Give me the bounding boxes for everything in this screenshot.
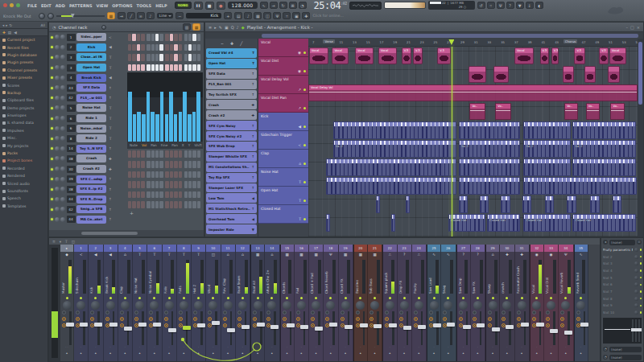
pattern-clip[interactable] bbox=[333, 121, 456, 139]
stereo-knob[interactable] bbox=[532, 311, 536, 315]
step-cell[interactable] bbox=[137, 201, 140, 208]
step-cell[interactable] bbox=[147, 150, 150, 158]
mute-led[interactable] bbox=[580, 297, 582, 299]
step-cell[interactable] bbox=[179, 64, 182, 72]
titlebar-tool-icon-3[interactable]: ? bbox=[506, 2, 514, 9]
step-cell[interactable] bbox=[170, 150, 173, 158]
browser-toolbar-icon-1[interactable]: ▤ bbox=[8, 31, 11, 35]
step-cell[interactable] bbox=[137, 161, 140, 168]
step-cell[interactable] bbox=[184, 171, 188, 179]
channel-button-crash-2[interactable]: Crash #2 bbox=[76, 165, 106, 173]
online-content-link[interactable]: Click for online... bbox=[312, 14, 344, 18]
fx-slot-9[interactable]: Slot 9 bbox=[601, 302, 643, 310]
step-cell[interactable] bbox=[141, 54, 144, 61]
pan-knob[interactable] bbox=[267, 301, 276, 310]
eq-knob[interactable] bbox=[179, 317, 183, 321]
stereo-knob[interactable] bbox=[134, 311, 138, 315]
mute-led[interactable] bbox=[462, 297, 464, 299]
swing-knob[interactable] bbox=[101, 25, 106, 30]
step-cell[interactable] bbox=[151, 64, 155, 72]
step-cell[interactable] bbox=[155, 150, 159, 158]
stereo-knob[interactable] bbox=[237, 311, 242, 315]
mixer-strip-sub-bass[interactable]: 21▦Sub Bass·▴ bbox=[368, 245, 382, 361]
mixer-strip-master[interactable]: ▸◆Master· ·▴ bbox=[60, 245, 74, 361]
step-cell[interactable] bbox=[179, 54, 182, 61]
step-cell[interactable] bbox=[137, 64, 140, 72]
step-cell[interactable] bbox=[147, 181, 150, 188]
browser-toolbar-icon-2[interactable]: ◀ bbox=[14, 31, 17, 35]
pan-knob[interactable] bbox=[473, 301, 482, 310]
add-channel-button[interactable]: + bbox=[127, 210, 203, 216]
channel-pan-knob[interactable] bbox=[55, 76, 60, 80]
eq-knob[interactable] bbox=[459, 317, 463, 321]
pan-knob[interactable] bbox=[91, 301, 100, 310]
step-cell[interactable] bbox=[128, 181, 131, 188]
mixer-strip-vocal-reverb[interactable]: 34ΨVocal Reverb·▴ bbox=[559, 245, 573, 361]
mute-led[interactable] bbox=[227, 297, 229, 299]
mixer-strip-beat-all[interactable]: 13▦Beat All·▴ bbox=[250, 245, 265, 361]
fx-slot-3[interactable]: Slot 3 bbox=[601, 260, 643, 267]
browser-filter-dropdown[interactable]: All bbox=[41, 23, 45, 27]
step-cell[interactable] bbox=[159, 150, 163, 158]
fx-slot-led[interactable] bbox=[640, 311, 642, 314]
audio-clip[interactable] bbox=[493, 66, 509, 83]
fx-slot-2[interactable]: Slot 2 bbox=[601, 253, 643, 261]
step-cell[interactable] bbox=[197, 34, 200, 41]
channel-enable-led[interactable] bbox=[51, 87, 53, 89]
step-cell[interactable] bbox=[155, 201, 159, 208]
picker-item-sfx-wub-drop[interactable]: SFX Wub Drop↑ bbox=[206, 142, 257, 151]
volume-fader[interactable] bbox=[94, 323, 102, 327]
step-cell[interactable] bbox=[155, 34, 159, 41]
step-cell[interactable] bbox=[174, 54, 177, 61]
send-switch[interactable]: ▴ bbox=[368, 350, 382, 357]
fx-gear-icon[interactable]: ⊙ bbox=[637, 240, 642, 245]
pattern-clip[interactable] bbox=[459, 158, 520, 176]
volume-fader[interactable] bbox=[168, 328, 176, 332]
step-cell[interactable] bbox=[137, 44, 140, 51]
send-switch[interactable]: ▴ bbox=[251, 350, 264, 357]
playlist-track-sidechain-trigger[interactable]: Sidechain Trigger< bbox=[258, 131, 308, 150]
volume-fader[interactable] bbox=[564, 331, 572, 335]
pan-knob[interactable] bbox=[356, 301, 365, 310]
panel-toggle-icon-1[interactable]: ♪ bbox=[244, 12, 252, 19]
channel-pan-knob[interactable] bbox=[55, 45, 60, 50]
channel-pan-knob[interactable] bbox=[55, 85, 60, 90]
titlebar-tool-icon-2[interactable]: Ψ bbox=[497, 2, 505, 9]
graph-tab-fine-3[interactable]: Fine bbox=[161, 143, 168, 147]
record-mode-icon-0[interactable]: ∿ bbox=[260, 2, 268, 9]
volume-fader[interactable] bbox=[433, 323, 441, 327]
step-cell[interactable] bbox=[174, 64, 177, 72]
audio-clip[interactable]: V.3 bbox=[437, 47, 451, 64]
pan-knob[interactable] bbox=[76, 301, 85, 310]
step-cell[interactable] bbox=[179, 181, 182, 188]
eq-knob[interactable] bbox=[517, 323, 521, 327]
mixer-strip-attack-che-2[interactable]: 14⌂Attack Che 2+·▴ bbox=[265, 245, 279, 361]
pan-knob[interactable] bbox=[415, 301, 423, 310]
picker-filter-icon-0[interactable]: ~ bbox=[221, 41, 224, 46]
stereo-knob[interactable] bbox=[414, 311, 418, 315]
velocity-bar[interactable] bbox=[151, 112, 155, 142]
step-cell[interactable] bbox=[141, 181, 144, 188]
step-cell[interactable] bbox=[170, 44, 173, 51]
tempo-display[interactable]: 128.000 bbox=[228, 2, 258, 9]
fx-slot-knob[interactable] bbox=[634, 261, 638, 265]
record-mode-icon-4[interactable]: ◔ bbox=[299, 2, 307, 9]
mute-led[interactable] bbox=[477, 297, 479, 299]
eq-knob[interactable] bbox=[459, 323, 463, 327]
volume-fader[interactable] bbox=[257, 323, 265, 327]
playlist-tool-icon-1[interactable]: ▸ bbox=[214, 25, 217, 30]
send-switch[interactable]: ▴ bbox=[383, 350, 396, 357]
step-cell[interactable] bbox=[141, 191, 144, 199]
step-cell[interactable] bbox=[165, 191, 168, 199]
playlist-track-clap[interactable]: Clap⌂ bbox=[258, 150, 308, 168]
stereo-knob[interactable] bbox=[369, 311, 374, 315]
browser-item-mixer-presets[interactable]: Mixer presets bbox=[0, 74, 47, 81]
pattern-clip[interactable]: Closed Hat bbox=[572, 214, 636, 232]
channel-button-open-hat[interactable]: Open Hat bbox=[76, 64, 106, 72]
automation-clip[interactable]: Vocal Delay Vol bbox=[308, 84, 638, 101]
send-switch[interactable]: ▴ bbox=[324, 350, 337, 357]
browser-item-clipboard-files[interactable]: Clipboard files bbox=[0, 97, 47, 104]
eq-knob[interactable] bbox=[356, 317, 360, 321]
playlist-track-led[interactable] bbox=[303, 125, 306, 128]
send-switch[interactable]: ▴ bbox=[221, 350, 235, 357]
